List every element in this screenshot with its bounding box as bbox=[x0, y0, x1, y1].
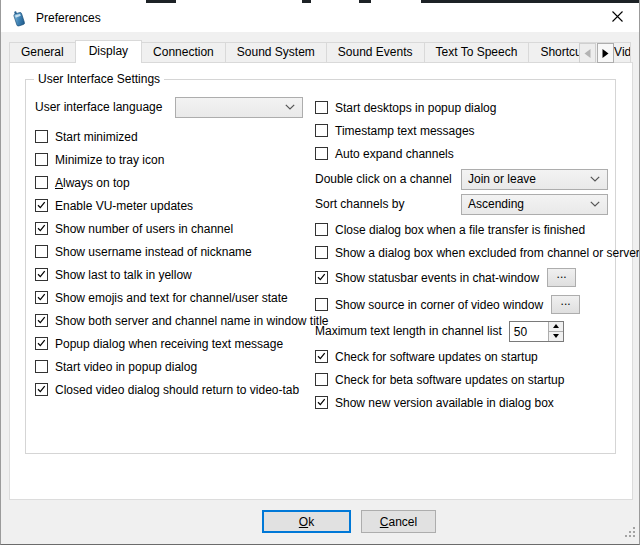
checkbox-label: Check for software updates on startup bbox=[335, 350, 538, 364]
checkbox-box[interactable] bbox=[315, 147, 328, 160]
checkbox-check-for-software-updates-on-startup[interactable]: Check for software updates on startup bbox=[315, 350, 538, 364]
checkbox-closed-video-dialog-should-return-to-video-tab[interactable]: Closed video dialog should return to vid… bbox=[35, 383, 299, 397]
checkbox-start-minimized[interactable]: Start minimized bbox=[35, 130, 138, 144]
checkbox-show-emojis-and-text-for-channel-user-state[interactable]: Show emojis and text for channel/user st… bbox=[35, 291, 288, 305]
checkbox-start-video-in-popup-dialog[interactable]: Start video in popup dialog bbox=[35, 360, 197, 374]
checkbox-label: Minimize to tray icon bbox=[55, 153, 164, 167]
checkbox-popup-dialog-when-receiving-text-message[interactable]: Popup dialog when receiving text message bbox=[35, 337, 283, 351]
checkbox-show-last-to-talk-in-yellow[interactable]: Show last to talk in yellow bbox=[35, 268, 192, 282]
checkbox-box[interactable] bbox=[315, 124, 328, 137]
settings-row: Start video in popup dialog bbox=[35, 355, 311, 378]
settings-row: Show username instead of nickname bbox=[35, 240, 311, 263]
checkbox-auto-expand-channels[interactable]: Auto expand channels bbox=[315, 147, 454, 161]
checkbox-box[interactable] bbox=[315, 373, 328, 386]
groupbox-user-interface-settings: User Interface Settings User interface l… bbox=[25, 79, 616, 454]
settings-row: User interface language bbox=[35, 96, 311, 118]
settings-row: Show number of users in channel bbox=[35, 217, 311, 240]
checkbox-show-statusbar-events-in-chat-window[interactable]: Show statusbar events in chat-window bbox=[315, 271, 539, 285]
dropdown-double-click-on-a-channel[interactable]: Join or leave bbox=[461, 169, 608, 190]
checkbox-box[interactable] bbox=[35, 199, 48, 212]
settings-row: Show last to talk in yellow bbox=[35, 263, 311, 286]
checkbox-close-dialog-box-when-a-file-transfer-is-finished[interactable]: Close dialog box when a file transfer is… bbox=[315, 223, 585, 237]
tab-strip: GeneralDisplayConnectionSound SystemSoun… bbox=[9, 41, 631, 63]
groupbox-title: User Interface Settings bbox=[34, 72, 164, 87]
checkbox-box[interactable] bbox=[35, 176, 48, 189]
checkbox-box[interactable] bbox=[35, 291, 48, 304]
ellipsis-button[interactable]: ... bbox=[547, 268, 576, 287]
ok-button[interactable]: Ok bbox=[262, 510, 351, 533]
settings-row: Start minimized bbox=[35, 125, 311, 148]
checkbox-box[interactable] bbox=[35, 337, 48, 350]
spin-buttons bbox=[548, 322, 563, 341]
checkbox-box[interactable] bbox=[35, 383, 48, 396]
checkbox-show-a-dialog-box-when-excluded-from-channel-or-server[interactable]: Show a dialog box when excluded from cha… bbox=[315, 246, 640, 260]
settings-row: Double click on a channelJoin or leave bbox=[315, 168, 611, 190]
dialog-footer: Ok Cancel bbox=[1, 510, 639, 533]
cancel-button[interactable]: Cancel bbox=[361, 510, 436, 533]
checkbox-check-for-beta-software-updates-on-startup[interactable]: Check for beta software updates on start… bbox=[315, 373, 564, 387]
tab-connection[interactable]: Connection bbox=[141, 42, 226, 63]
settings-row: Show statusbar events in chat-window... bbox=[315, 264, 611, 291]
checkbox-box[interactable] bbox=[35, 153, 48, 166]
close-button[interactable] bbox=[595, 3, 639, 32]
checkbox-box[interactable] bbox=[35, 245, 48, 258]
checkbox-box[interactable] bbox=[315, 396, 328, 409]
checkbox-box[interactable] bbox=[35, 360, 48, 373]
checkbox-minimize-to-tray-icon[interactable]: Minimize to tray icon bbox=[35, 153, 164, 167]
spin-up-button[interactable] bbox=[549, 322, 563, 332]
checkbox-box[interactable] bbox=[315, 271, 328, 284]
checkbox-timestamp-text-messages[interactable]: Timestamp text messages bbox=[315, 124, 475, 138]
dropdown-sort-channels-by[interactable]: Ascending bbox=[461, 194, 608, 215]
title-bar[interactable]: Preferences bbox=[1, 3, 639, 32]
settings-row: Closed video dialog should return to vid… bbox=[35, 378, 311, 401]
window-title: Preferences bbox=[36, 11, 101, 25]
settings-row: Show emojis and text for channel/user st… bbox=[35, 286, 311, 309]
ellipsis-button[interactable]: ... bbox=[551, 295, 580, 314]
checkbox-box[interactable] bbox=[35, 130, 48, 143]
checkbox-box[interactable] bbox=[315, 246, 328, 259]
settings-row: Start desktops in popup dialog bbox=[315, 96, 611, 119]
checkbox-show-both-server-and-channel-name-in-window-title[interactable]: Show both server and channel name in win… bbox=[35, 314, 329, 328]
tab-scroll-left-button[interactable] bbox=[579, 43, 596, 63]
checkbox-box[interactable] bbox=[315, 350, 328, 363]
tab-sound-system[interactable]: Sound System bbox=[225, 42, 327, 63]
checkbox-box[interactable] bbox=[35, 222, 48, 235]
checkbox-label: Enable VU-meter updates bbox=[55, 199, 193, 213]
dropdown-value: Ascending bbox=[468, 197, 524, 211]
checkbox-label: Close dialog box when a file transfer is… bbox=[335, 223, 585, 237]
chevron-down-icon bbox=[285, 104, 295, 110]
checkbox-show-username-instead-of-nickname[interactable]: Show username instead of nickname bbox=[35, 245, 252, 259]
settings-row: Sort channels byAscending bbox=[315, 193, 611, 215]
tab-general[interactable]: General bbox=[9, 42, 76, 63]
checkbox-box[interactable] bbox=[315, 101, 328, 114]
checkbox-always-on-top[interactable]: Always on top bbox=[35, 176, 130, 190]
checkbox-start-desktops-in-popup-dialog[interactable]: Start desktops in popup dialog bbox=[315, 101, 496, 115]
tab-scroll-right-button[interactable] bbox=[597, 43, 614, 63]
checkbox-label: Show emojis and text for channel/user st… bbox=[55, 291, 288, 305]
checkbox-box[interactable] bbox=[315, 298, 328, 311]
tab-display[interactable]: Display bbox=[75, 40, 142, 63]
settings-row: Maximum text length in channel list50 bbox=[315, 320, 611, 342]
checkbox-label: Show both server and channel name in win… bbox=[55, 314, 329, 328]
dropdown-user-interface-language[interactable] bbox=[175, 97, 303, 118]
tab-text-to-speech[interactable]: Text To Speech bbox=[424, 42, 530, 63]
checkbox-show-new-version-available-in-dialog-box[interactable]: Show new version available in dialog box bbox=[315, 396, 554, 410]
checkbox-box[interactable] bbox=[35, 268, 48, 281]
field-label: User interface language bbox=[35, 100, 175, 114]
spinbox-maximum-text-length-in-channel-list[interactable]: 50 bbox=[509, 321, 564, 342]
tab-sound-events[interactable]: Sound Events bbox=[326, 42, 425, 63]
tab-scrollers bbox=[578, 43, 614, 63]
spin-value: 50 bbox=[510, 322, 548, 341]
settings-row: Show source in corner of video window... bbox=[315, 291, 611, 318]
spin-down-button[interactable] bbox=[549, 332, 563, 341]
chevron-down-icon bbox=[590, 176, 600, 182]
resize-grip-icon[interactable] bbox=[625, 527, 636, 541]
tab-panel-display: User Interface Settings User interface l… bbox=[9, 62, 633, 500]
checkbox-enable-vu-meter-updates[interactable]: Enable VU-meter updates bbox=[35, 199, 193, 213]
checkbox-show-source-in-corner-of-video-window[interactable]: Show source in corner of video window bbox=[315, 298, 543, 312]
checkbox-box[interactable] bbox=[35, 314, 48, 327]
settings-row: Minimize to tray icon bbox=[35, 148, 311, 171]
checkbox-label: Show statusbar events in chat-window bbox=[335, 271, 539, 285]
checkbox-box[interactable] bbox=[315, 223, 328, 236]
checkbox-show-number-of-users-in-channel[interactable]: Show number of users in channel bbox=[35, 222, 233, 236]
